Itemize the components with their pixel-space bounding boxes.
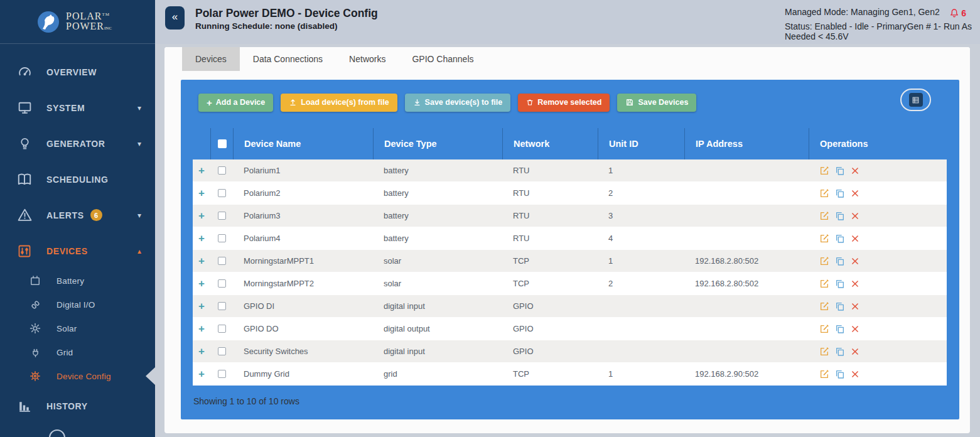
select-all-header	[210, 128, 233, 159]
sidebar-item-devices[interactable]: DEVICES▴	[0, 233, 155, 269]
tab-gpio-channels[interactable]: GPIO Channels	[399, 47, 487, 71]
sliders-icon	[16, 243, 33, 259]
expand-row-icon[interactable]: +	[198, 165, 205, 176]
sidebar-item-battery[interactable]: Battery	[0, 269, 155, 293]
row-checkbox[interactable]	[218, 279, 226, 288]
sidebar-item-history[interactable]: HISTORY	[0, 388, 155, 424]
remove-selected-button[interactable]: Remove selected	[518, 94, 610, 112]
edit-device-icon[interactable]	[819, 211, 829, 221]
edit-device-icon[interactable]	[819, 369, 829, 379]
network-cell: GPIO	[502, 340, 598, 362]
ip-address-cell: 192.168.2.80:502	[684, 272, 809, 294]
table-row: + MorningstarMPPT2 solar TCP 2 192.168.2…	[193, 272, 947, 295]
expand-row-icon[interactable]: +	[198, 233, 205, 244]
row-checkbox[interactable]	[218, 166, 226, 175]
ip-address-cell	[684, 227, 809, 249]
operations-cell	[809, 159, 947, 181]
row-checkbox[interactable]	[218, 212, 226, 220]
edit-device-icon[interactable]	[819, 256, 829, 266]
sidebar-item-label: Device Config	[57, 372, 111, 381]
sidebar-item-label: SCHEDULING	[46, 175, 109, 185]
tab-devices[interactable]: Devices	[182, 47, 240, 71]
alert-bell-button[interactable]: 6	[949, 8, 966, 19]
edit-device-icon[interactable]	[819, 188, 829, 198]
sidebar-item-label: Grid	[57, 348, 73, 357]
add-device-button[interactable]: + Add a Device	[198, 94, 273, 112]
expand-row-icon[interactable]: +	[198, 256, 205, 266]
delete-device-icon[interactable]	[851, 189, 859, 198]
delete-device-icon[interactable]	[851, 370, 859, 379]
sidebar-item-system[interactable]: SYSTEM▾	[0, 90, 155, 126]
operations-cell	[809, 295, 947, 317]
copy-device-icon[interactable]	[835, 211, 845, 221]
sidebar-item-alerts[interactable]: ALERTS6▾	[0, 197, 155, 233]
expand-row-icon[interactable]: +	[198, 210, 205, 221]
device-type-cell: solar	[373, 272, 502, 294]
network-cell: RTU	[502, 227, 598, 249]
copy-device-icon[interactable]	[835, 347, 845, 357]
copy-device-icon[interactable]	[835, 369, 845, 379]
copy-device-icon[interactable]	[835, 279, 845, 289]
copy-device-icon[interactable]	[835, 234, 845, 244]
delete-device-icon[interactable]	[851, 302, 859, 311]
row-checkbox[interactable]	[218, 347, 226, 355]
status-text: Status: Enabled - Idle - PrimaryGen # 1-…	[785, 21, 980, 41]
row-checkbox[interactable]	[218, 234, 226, 242]
tab-networks[interactable]: Networks	[336, 47, 399, 71]
toggle-columns-button[interactable]	[900, 89, 931, 111]
devices-table: Device NameDevice TypeNetworkUnit IDIP A…	[193, 128, 947, 386]
sidebar-item-device-config[interactable]: Device Config	[0, 364, 155, 388]
copy-device-icon[interactable]	[835, 166, 845, 176]
edit-device-icon[interactable]	[819, 166, 829, 176]
delete-device-icon[interactable]	[851, 166, 859, 175]
active-item-marker	[146, 367, 155, 385]
expand-row-icon[interactable]: +	[198, 188, 205, 198]
delete-device-icon[interactable]	[851, 257, 859, 266]
tab-data-connections[interactable]: Data Connections	[240, 47, 336, 71]
table-row: + MorningstarMPPT1 solar TCP 1 192.168.2…	[193, 250, 947, 272]
delete-device-icon[interactable]	[851, 347, 859, 356]
delete-device-icon[interactable]	[851, 279, 859, 288]
unit-id-cell	[598, 340, 684, 362]
edit-device-icon[interactable]	[819, 279, 829, 289]
chevron-down-icon: ▾	[137, 139, 141, 148]
edit-device-icon[interactable]	[819, 234, 829, 244]
collapse-sidebar-button[interactable]: «	[165, 6, 185, 30]
expand-row-icon[interactable]: +	[198, 369, 205, 379]
delete-device-icon[interactable]	[851, 234, 859, 243]
save-devices-button[interactable]: Save Devices	[617, 94, 696, 112]
sidebar-item-label: Solar	[57, 324, 77, 333]
unit-id-cell: 2	[598, 182, 684, 204]
edit-device-icon[interactable]	[819, 301, 829, 311]
expand-row-icon[interactable]: +	[198, 346, 205, 357]
sidebar-item-generator[interactable]: GENERATOR▾	[0, 126, 155, 161]
copy-device-icon[interactable]	[835, 188, 845, 198]
sidebar-item-digital-io[interactable]: Digital I/O	[0, 293, 155, 316]
copy-device-icon[interactable]	[835, 324, 845, 334]
column-header-unit-id: Unit ID	[598, 128, 684, 159]
edit-device-icon[interactable]	[819, 324, 829, 334]
sidebar-item-solar[interactable]: Solar	[0, 316, 155, 340]
sidebar-item-grid[interactable]: Grid	[0, 340, 155, 364]
row-checkbox[interactable]	[218, 325, 226, 333]
sidebar-item-scheduling[interactable]: SCHEDULING	[0, 161, 155, 197]
select-all-checkbox[interactable]	[218, 139, 227, 148]
copy-device-icon[interactable]	[835, 256, 845, 266]
delete-device-icon[interactable]	[851, 212, 859, 220]
alerts-count-badge: 6	[90, 209, 102, 221]
table-header-row: Device NameDevice TypeNetworkUnit IDIP A…	[193, 128, 947, 159]
expand-row-icon[interactable]: +	[198, 323, 205, 334]
expand-row-icon[interactable]: +	[198, 278, 205, 289]
logo-text: POLARTM POWERINC	[66, 10, 112, 33]
expand-row-icon[interactable]: +	[198, 301, 205, 311]
row-checkbox[interactable]	[218, 257, 226, 265]
row-checkbox[interactable]	[218, 302, 226, 310]
row-checkbox[interactable]	[218, 189, 226, 197]
sidebar-item-overview[interactable]: OVERVIEW	[0, 54, 155, 90]
row-checkbox[interactable]	[218, 370, 226, 378]
save-devices-to-file-button[interactable]: Save device(s) to file	[405, 94, 511, 112]
copy-device-icon[interactable]	[835, 301, 845, 311]
edit-device-icon[interactable]	[819, 347, 829, 357]
delete-device-icon[interactable]	[851, 325, 859, 333]
load-devices-button[interactable]: Load device(s) from file	[281, 94, 397, 112]
